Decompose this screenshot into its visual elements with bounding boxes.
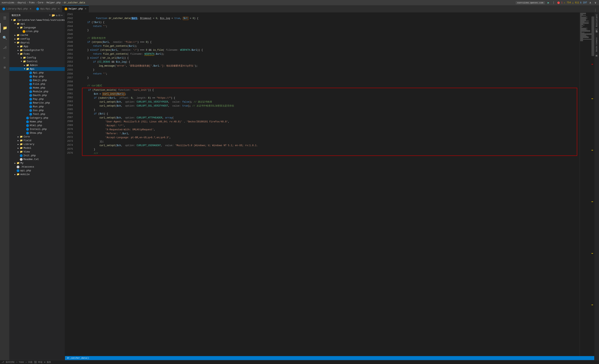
tab-close-1[interactable]: ×: [30, 7, 31, 10]
tree-item-View[interactable]: ▶ 📁 View: [9, 150, 65, 154]
tree-item-Html.php[interactable]: ▶ Html.php: [9, 124, 65, 127]
tree-item-Home.php[interactable]: ▶ Home.php: [9, 86, 65, 90]
tree-item-Model[interactable]: ▶ 📁 Model: [9, 146, 65, 150]
tree-item-Control[interactable]: ▼ 📁 Control: [9, 60, 65, 63]
tree-item-Emoji.php[interactable]: ▶ Emoji.php: [9, 78, 65, 82]
tree-item-cron[interactable]: ▶ cron.php: [9, 29, 65, 33]
code-line-2549[interactable]: return file_get_contents($url);: [82, 44, 578, 48]
breadcrumb-item-4[interactable]: Core: [38, 1, 43, 4]
tree-item-Init.php[interactable]: ▶ Init.php: [9, 154, 65, 157]
collapse-button[interactable]: ∧: [588, 1, 592, 5]
code-line-2567[interactable]: curl_setopt($ch, option: CURLOPT_HTTPHEA…: [82, 116, 577, 120]
code-line-2571[interactable]: 'Referer: '.$url,: [82, 132, 577, 136]
code-line-2570[interactable]: 'X-Requested-With: XMLHttpRequest',: [82, 128, 577, 132]
code-line-2569[interactable]: 'Accept: */*',: [82, 124, 577, 128]
todo-label[interactable]: ☐ TODO: [16, 361, 24, 364]
code-line-2557[interactable]: }: [82, 76, 578, 80]
tab-library-api[interactable]: Library/Api.php ×: [0, 5, 34, 12]
tree-item-mobile[interactable]: ▶ 📁 mobile: [9, 173, 65, 176]
tree-item-cache[interactable]: ▶ 📁 cache: [9, 33, 65, 37]
tree-item-Oauth.php[interactable]: ▶ Oauth.php: [9, 94, 65, 97]
activity-search[interactable]: 🔍: [0, 33, 9, 43]
tree-item-Run.php[interactable]: ▶ Run.php: [9, 105, 65, 109]
breadcrumb-item-3[interactable]: Fcms: [29, 1, 35, 4]
run-button[interactable]: ▶: [546, 1, 550, 5]
scrollbar[interactable]: [591, 12, 594, 356]
code-line-2561[interactable]: $ch = curl_init($url);: [82, 92, 577, 96]
terminal-label[interactable]: ⬛ 终端: [34, 361, 43, 364]
code-line-2574[interactable]: curl_setopt($ch, option: CURLOPT_USERAGE…: [82, 144, 577, 147]
tree-item-Module.php[interactable]: ▶ Module.php: [9, 90, 65, 94]
code-area[interactable]: 2541 2542 2543 2544 2545 2546 2547 2548 …: [65, 12, 594, 356]
activity-git[interactable]: ⎇: [0, 43, 9, 52]
more-icon[interactable]: ⋯: [61, 14, 63, 17]
tree-item-CI72[interactable]: ▶ 📁 CodeIgniter72: [9, 48, 65, 52]
tree-item-Show.php[interactable]: ▶ Show.php: [9, 131, 65, 135]
problem-label[interactable]: ⚠ 问题: [26, 361, 33, 364]
service-label[interactable]: ⚙ 服务: [44, 361, 51, 364]
tab-more-button[interactable]: ⋮: [592, 8, 599, 12]
code-line-2548[interactable]: if (strpos($url, needle: 'file://') === …: [82, 40, 578, 44]
tree-item-Sso.php[interactable]: ▶ Sso.php: [9, 109, 65, 112]
code-line-2560[interactable]: if (function_exists( function: 'curl_ini…: [82, 88, 577, 92]
code-line-2556[interactable]: return '';: [82, 72, 578, 76]
tree-item-Install.php[interactable]: ▶ Install.php: [9, 127, 65, 131]
tree-item-Core[interactable]: ▶ 📁 Core: [9, 135, 65, 139]
tree-item-File.php[interactable]: ▶ File.php: [9, 82, 65, 86]
tab-api-api[interactable]: Api/Api.php ×: [34, 5, 62, 12]
breadcrumb-item-5[interactable]: Helper.php: [46, 1, 61, 4]
tree-item-Pay.php[interactable]: ▶ Pay.php: [9, 97, 65, 101]
breadcrumb-item-6[interactable]: dr_catcher_data: [64, 1, 85, 4]
code-line-2572[interactable]: 'Accept-Language: pt-BR,en-US;q=0.7,en;q…: [82, 136, 577, 140]
tree-item-Api.php[interactable]: ▶ Api.php: [9, 71, 65, 75]
code-line-2566[interactable]: if ($ct) {: [82, 112, 577, 116]
code-line-2568[interactable]: 'User-Agent: Mozilla/5.0 (X11; Linux x86…: [82, 120, 577, 124]
code-line-2563[interactable]: curl_setopt($ch, option: CURLOPT_SSL_VER…: [82, 100, 577, 104]
breadcrumb-item-1[interactable]: xunruicms: [2, 1, 14, 4]
code-line-2575[interactable]: }: [82, 147, 577, 151]
refresh-icon[interactable]: ↻: [56, 14, 58, 17]
tree-item-api[interactable]: ▼ 📁 api: [9, 22, 65, 26]
tree-item-config[interactable]: ▶ 📁 config: [9, 37, 65, 41]
tree-item-Field[interactable]: ▶ 📁 Field: [9, 139, 65, 142]
tree-item-api-root[interactable]: ▶ api.php: [9, 169, 65, 173]
baidu-comate-label[interactable]: Baidu Comate: [596, 37, 598, 52]
code-content[interactable]: function dr_catcher_data($url, $timeout …: [80, 12, 580, 356]
code-line-2559[interactable]: // curl模式: [82, 84, 578, 88]
m-label[interactable]: M: [595, 55, 599, 56]
breadcrumb-item-2[interactable]: dayrui: [18, 1, 26, 4]
tree-item-My[interactable]: ▶ 📁 My: [9, 161, 65, 165]
tree-item-Buy.php[interactable]: ▶ Buy.php: [9, 75, 65, 78]
more-button[interactable]: ⋮: [552, 1, 556, 5]
tab-close-3[interactable]: ×: [85, 7, 86, 10]
scrollbar-thumb[interactable]: [591, 17, 594, 56]
tree-item-Fcms[interactable]: ▼ 📁 Fcms: [9, 52, 65, 56]
code-line-2554[interactable]: log_message('error', '获取远程数据失败['.$url.']…: [82, 64, 578, 68]
tree-item-Library[interactable]: ▶ 📁 Library: [9, 142, 65, 146]
scrollbar-track[interactable]: [591, 12, 594, 356]
code-line-2565[interactable]: }: [82, 108, 577, 112]
tree-item-Readme[interactable]: ▶ Readme.txt: [9, 157, 65, 161]
code-line-2562[interactable]: if (substr($url, offset: 0, length: 8) =…: [82, 96, 577, 100]
tree-item-Home2.php[interactable]: ▶ Home.php: [9, 120, 65, 124]
tree-item-Admin[interactable]: ▶ 📁 Admin: [9, 63, 65, 67]
ai-assistant-label[interactable]: AI Assistant: [595, 14, 598, 31]
code-line-2564[interactable]: curl_setopt($ch, option: CURLOPT_SSL_VER…: [82, 104, 577, 108]
code-line-2545[interactable]: }: [82, 28, 578, 32]
code-line-2576[interactable]: ///: [82, 151, 577, 156]
tree-root[interactable]: ▼ 📁 /private/var/www/html/xunruicms: [9, 18, 65, 22]
tree-item-htaccess[interactable]: ▶ .htaccess: [9, 165, 65, 169]
tree-item-language[interactable]: ▶ 📁 language: [9, 26, 65, 29]
editor[interactable]: 2541 2542 2543 2544 2545 2546 2547 2548 …: [65, 12, 594, 360]
code-line-2555[interactable]: }: [82, 68, 578, 72]
tab-close-2[interactable]: ×: [58, 7, 60, 10]
tree-item-Category.php[interactable]: ▶ Category.php: [9, 116, 65, 120]
code-line-2543[interactable]: if (!$url) {: [82, 20, 578, 24]
activity-explorer[interactable]: 📁: [0, 23, 9, 33]
activity-extensions[interactable]: ⊞: [0, 63, 9, 72]
new-file-icon[interactable]: +: [49, 14, 51, 17]
code-line-2573[interactable]: ));: [82, 140, 577, 144]
tree-item-Test.php[interactable]: ▶ Test.php: [9, 112, 65, 116]
code-line-2547[interactable]: // 获取本地文件: [82, 36, 578, 40]
tree-item-Api-folder[interactable]: ▼ 📁 Api: [9, 67, 65, 71]
